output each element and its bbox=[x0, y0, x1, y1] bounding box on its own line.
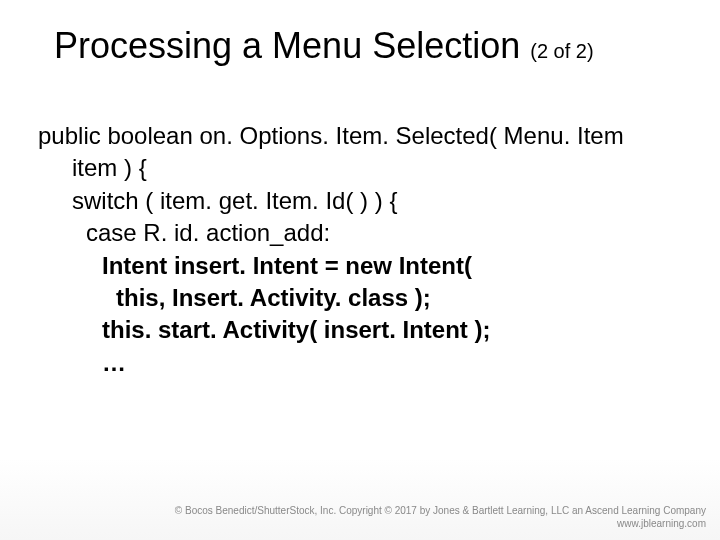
code-line: item ) { bbox=[38, 152, 680, 184]
code-line: switch ( item. get. Item. Id( ) ) { bbox=[38, 185, 680, 217]
slide-body: public boolean on. Options. Item. Select… bbox=[38, 120, 680, 379]
copyright-line: www.jblearning.com bbox=[175, 518, 706, 531]
title-text: Processing a Menu Selection bbox=[54, 25, 530, 66]
code-line: case R. id. action_add: bbox=[38, 217, 680, 249]
code-line: this. start. Activity( insert. Intent ); bbox=[38, 314, 680, 346]
copyright-notice: © Bocos Benedict/ShutterStock, Inc. Copy… bbox=[175, 505, 706, 530]
code-line: this, Insert. Activity. class ); bbox=[38, 282, 680, 314]
slide: Processing a Menu Selection (2 of 2) pub… bbox=[0, 0, 720, 540]
code-line: Intent insert. Intent = new Intent( bbox=[38, 250, 680, 282]
code-line: … bbox=[38, 347, 680, 379]
copyright-line: © Bocos Benedict/ShutterStock, Inc. Copy… bbox=[175, 505, 706, 516]
code-line: public boolean on. Options. Item. Select… bbox=[38, 120, 680, 152]
slide-title: Processing a Menu Selection (2 of 2) bbox=[54, 26, 680, 66]
title-pager: (2 of 2) bbox=[530, 40, 593, 62]
